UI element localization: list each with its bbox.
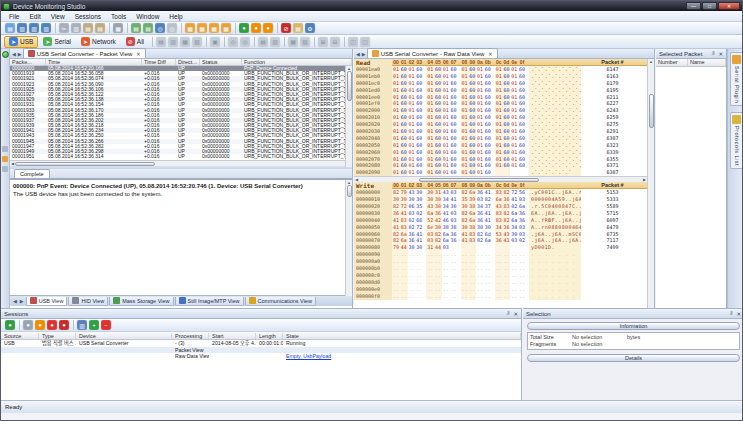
hex-row[interactable]: 00001eb0 0160016001600160016001600160016… xyxy=(354,73,654,80)
device-list-icon[interactable]: ▥ xyxy=(168,37,178,47)
hex-row[interactable]: 00002010 0160016001600160016001600160016… xyxy=(354,114,654,121)
device-props-icon[interactable]: ▦ xyxy=(180,37,190,47)
col-name[interactable]: Name xyxy=(688,59,726,66)
col-source[interactable]: Source xyxy=(1,333,39,339)
hex-row[interactable]: 00000000 8279433030314303826a36418382725… xyxy=(354,189,654,196)
hex-row[interactable]: 00000060 826a364103826a364183826d5343300… xyxy=(354,231,654,238)
scroll-thumb[interactable] xyxy=(15,162,155,166)
col-packet[interactable]: Packe... xyxy=(10,59,46,65)
window-structure-icon[interactable]: ▦ xyxy=(209,23,219,33)
session-row[interactable]: Raw Data View Empty, UsbPayload xyxy=(1,353,521,360)
tab-still-image-mtp-view[interactable]: Still Image/MTP View xyxy=(175,297,244,306)
tab-close-icon[interactable]: ✕ xyxy=(488,51,492,57)
scroll-thumb[interactable] xyxy=(347,71,352,101)
autohide-session-icon[interactable] xyxy=(2,51,9,58)
scroll-thumb[interactable] xyxy=(419,178,539,182)
hex-row[interactable]: 000000a0 ...............................… xyxy=(354,258,654,265)
hex-row[interactable]: 00001ea0 0160016001600160016001600160016… xyxy=(354,66,654,73)
hex-row[interactable]: 00002080 0160016001600160016001600160016… xyxy=(354,162,654,169)
hit-target-off-icon[interactable]: ◎ xyxy=(167,23,177,33)
scroll-left-icon[interactable]: ◀ xyxy=(11,161,14,166)
view-tabs-left-icon[interactable]: ◀ xyxy=(12,298,18,304)
session-stop-icon[interactable]: ● xyxy=(47,320,57,330)
pin-icon[interactable]: ╜ xyxy=(711,51,715,57)
stats-icon[interactable]: ▦ xyxy=(284,37,298,47)
pause-monitoring-icon[interactable]: ● xyxy=(251,23,261,33)
stop-monitoring-icon[interactable]: ● xyxy=(263,23,273,33)
hex-row[interactable]: 00000070 826a364103826a364183026a3641030… xyxy=(354,237,654,244)
tab-usb-view[interactable]: USB View xyxy=(26,297,68,306)
session-state[interactable]: Empty, UsbPayload xyxy=(283,353,521,360)
scroll-thumb[interactable] xyxy=(347,185,352,197)
close-icon[interactable]: ✕ xyxy=(513,311,518,317)
menu-item[interactable]: Window xyxy=(131,12,164,21)
session-restart-icon[interactable]: ● xyxy=(19,320,33,330)
hex-row[interactable]: 00002040 0160016001600160016001600160016… xyxy=(354,135,654,142)
all-sources-button[interactable]: ⊘All xyxy=(121,36,149,48)
col-number[interactable]: Number xyxy=(656,59,688,66)
hex-row[interactable]: 00002090 016001600160016001600160 .`.`.`… xyxy=(354,169,654,176)
stats2-icon[interactable]: ▧ xyxy=(300,37,310,47)
copy-icon[interactable]: ▥ xyxy=(71,23,81,33)
close-icon[interactable]: ✕ xyxy=(736,311,741,317)
device-tree-icon[interactable]: ▤ xyxy=(152,37,166,47)
col-state[interactable]: State xyxy=(283,333,521,339)
col-start[interactable]: Start xyxy=(209,333,256,339)
maximize-button[interactable]: □ xyxy=(702,2,717,10)
col-device[interactable]: Device xyxy=(76,333,172,339)
col-processing[interactable]: Processing xyxy=(172,333,209,339)
hex-row[interactable]: 00002070 0160016001600160016001600160016… xyxy=(354,156,654,163)
pin-icon[interactable]: ╜ xyxy=(506,311,510,317)
hex-row[interactable]: 000000d0 ...............................… xyxy=(354,279,654,286)
paste-append-icon[interactable]: ▤ xyxy=(95,23,105,33)
hex-row[interactable]: 00000040 4183026652424603826a364183826a3… xyxy=(354,217,654,224)
col-direction[interactable]: Direct... xyxy=(176,59,200,65)
hex-row[interactable]: 00000050 418302726e303838303830303436340… xyxy=(354,224,654,231)
details-pane-icon[interactable]: ▣ xyxy=(206,37,220,47)
minimize-button[interactable]: — xyxy=(686,2,701,10)
hex-row[interactable]: 000000c0 ...............................… xyxy=(354,272,654,279)
menu-item[interactable]: Help xyxy=(164,12,187,21)
scroll-thumb[interactable] xyxy=(649,94,654,128)
packet-table-vscrollbar[interactable]: ▲ xyxy=(345,66,352,167)
export3-icon[interactable]: ◫ xyxy=(360,37,370,47)
close-button[interactable]: ✕ xyxy=(718,2,740,10)
export2-icon[interactable]: ◫ xyxy=(344,37,358,47)
hex-row[interactable]: 00000090 ...............................… xyxy=(354,251,654,258)
close-session-icon[interactable]: ⊘ xyxy=(277,23,291,33)
details-group-header[interactable]: Details xyxy=(527,354,740,362)
network-source-button[interactable]: ➤Network xyxy=(76,36,121,48)
hex-row[interactable]: 00000030 364103026a364103826a364183826a3… xyxy=(354,210,654,217)
device-info-icon[interactable]: ▧ xyxy=(192,37,202,47)
menu-item[interactable]: File xyxy=(4,12,24,21)
new-file-icon[interactable]: ▤ xyxy=(5,23,15,33)
charts-icon[interactable]: ⊟ xyxy=(330,37,340,47)
tab-scroll-right-icon[interactable]: ▶ xyxy=(361,51,367,57)
information-group-header[interactable]: Information xyxy=(527,322,740,330)
hex-row[interactable]: 000000b0 ...............................… xyxy=(354,265,654,272)
hex-row[interactable]: 00001ee0 0160016001600160016001600160016… xyxy=(354,94,654,101)
output-vscrollbar[interactable]: ▲ xyxy=(345,180,352,296)
window-console-icon[interactable]: ▦ xyxy=(221,23,231,33)
menu-item[interactable]: Edit xyxy=(24,12,45,21)
hex-row[interactable]: 00001ef0 0160016001600160016001600160016… xyxy=(354,100,654,107)
window-packet-icon[interactable]: ▦ xyxy=(181,23,195,33)
hex-row[interactable]: 00002020 0160016001600160016001600160016… xyxy=(354,121,654,128)
start-monitoring-icon[interactable]: ● xyxy=(235,23,249,33)
scroll-up-icon[interactable]: ▲ xyxy=(649,59,653,64)
hex-row[interactable]: 00002060 0160016001600160016001600160016… xyxy=(354,149,654,156)
tab-complete[interactable]: Complete xyxy=(14,169,50,178)
col-function[interactable]: Function xyxy=(242,59,352,65)
close-icon[interactable]: ✕ xyxy=(718,51,723,57)
print-icon[interactable]: ▦ xyxy=(109,23,123,33)
tab-scroll-right-icon[interactable]: ▶ xyxy=(17,51,23,57)
save-icon[interactable]: ▥ xyxy=(17,23,27,33)
tab-hid-view[interactable]: HID View xyxy=(68,297,108,306)
col-type[interactable]: Type xyxy=(39,333,76,339)
tab-mass-storage-view[interactable]: Mass Storage View xyxy=(109,297,173,306)
hex-row[interactable]: 00001ec0 0160016001600160016001600160016… xyxy=(354,80,654,87)
export-icon[interactable]: ▥ xyxy=(41,23,51,33)
docked-panel-icon-3[interactable] xyxy=(2,166,8,172)
tab-packet-view[interactable]: USB Serial Converter - Packet View ✕ xyxy=(23,48,146,58)
tab-communications-view[interactable]: Communications View xyxy=(245,297,316,306)
